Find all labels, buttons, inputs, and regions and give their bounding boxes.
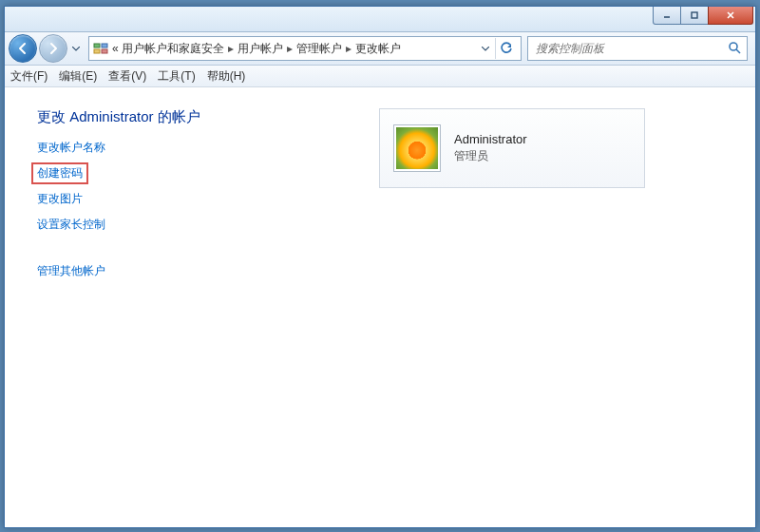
breadcrumb-item[interactable]: 用户帐户和家庭安全▸ (119, 41, 238, 57)
avatar-flower-icon (396, 127, 438, 169)
avatar (393, 124, 441, 172)
svg-point-8 (730, 43, 737, 50)
refresh-button[interactable] (495, 38, 517, 59)
minimize-icon (662, 10, 672, 20)
svg-rect-6 (94, 49, 100, 53)
menu-file[interactable]: 文件(F) (10, 68, 48, 85)
breadcrumb-label: 管理帐户 (296, 41, 342, 57)
page-title: 更改 Administrator 的帐户 (37, 108, 360, 126)
link-change-account-name[interactable]: 更改帐户名称 (37, 140, 105, 156)
link-manage-other-accounts[interactable]: 管理其他帐户 (37, 263, 105, 279)
svg-rect-1 (692, 12, 697, 18)
address-bar[interactable]: « 用户帐户和家庭安全▸ 用户帐户▸ 管理帐户▸ 更改帐户 (88, 36, 522, 61)
breadcrumb-overflow[interactable]: « (112, 42, 119, 55)
link-parental-controls[interactable]: 设置家长控制 (37, 217, 105, 233)
menu-view[interactable]: 查看(V) (108, 68, 146, 85)
svg-rect-7 (102, 49, 107, 53)
maximize-button[interactable] (680, 7, 709, 25)
minimize-button[interactable] (653, 7, 681, 25)
chevron-right-icon: ▸ (228, 42, 234, 55)
breadcrumb-label: 更改帐户 (355, 41, 401, 57)
breadcrumb-label: 用户帐户和家庭安全 (122, 41, 224, 57)
chevron-down-icon[interactable] (482, 47, 489, 51)
back-arrow-icon (16, 42, 29, 55)
chevron-right-icon: ▸ (287, 42, 293, 55)
control-panel-icon (93, 41, 108, 56)
forward-arrow-icon (47, 42, 60, 55)
history-dropdown[interactable] (69, 39, 83, 58)
close-icon (726, 10, 735, 20)
left-column: 更改 Administrator 的帐户 更改帐户名称 创建密码 更改图片 设置… (37, 108, 360, 467)
menu-edit[interactable]: 编辑(E) (59, 68, 97, 85)
account-card[interactable]: Administrator 管理员 (379, 108, 645, 188)
svg-rect-4 (94, 44, 100, 48)
navbar: « 用户帐户和家庭安全▸ 用户帐户▸ 管理帐户▸ 更改帐户 (5, 32, 755, 66)
search-icon[interactable] (728, 41, 741, 57)
chevron-down-icon (72, 47, 80, 51)
back-button[interactable] (9, 34, 37, 63)
account-role: 管理员 (454, 148, 527, 164)
menu-tools[interactable]: 工具(T) (158, 68, 195, 85)
refresh-icon (500, 42, 513, 55)
menu-help[interactable]: 帮助(H) (207, 68, 246, 85)
control-panel-window: « 用户帐户和家庭安全▸ 用户帐户▸ 管理帐户▸ 更改帐户 文件(F) 编辑(E… (4, 6, 756, 528)
maximize-icon (690, 10, 699, 20)
menubar: 文件(F) 编辑(E) 查看(V) 工具(T) 帮助(H) (5, 66, 755, 87)
breadcrumb-item[interactable]: 更改帐户 (355, 41, 401, 57)
account-name: Administrator (454, 132, 527, 146)
chevron-right-icon: ▸ (346, 42, 352, 55)
link-change-picture[interactable]: 更改图片 (37, 191, 83, 207)
svg-line-9 (736, 49, 740, 53)
breadcrumb-item[interactable]: 管理帐户▸ (296, 41, 355, 57)
spacer (37, 242, 360, 254)
right-column: Administrator 管理员 (360, 108, 723, 467)
address-controls (482, 38, 517, 59)
forward-button[interactable] (39, 34, 67, 63)
task-links: 更改帐户名称 创建密码 更改图片 设置家长控制 管理其他帐户 (37, 140, 360, 279)
breadcrumb-label: 用户帐户 (238, 41, 283, 57)
account-info: Administrator 管理员 (454, 132, 527, 164)
search-box[interactable] (527, 36, 748, 61)
titlebar (5, 7, 755, 32)
search-input[interactable] (534, 41, 728, 56)
svg-rect-5 (102, 44, 107, 48)
content-area: 更改 Administrator 的帐户 更改帐户名称 创建密码 更改图片 设置… (5, 87, 755, 488)
breadcrumb-item[interactable]: 用户帐户▸ (238, 41, 296, 57)
close-button[interactable] (708, 7, 753, 25)
link-create-password[interactable]: 创建密码 (31, 162, 88, 184)
window-buttons (654, 7, 753, 25)
